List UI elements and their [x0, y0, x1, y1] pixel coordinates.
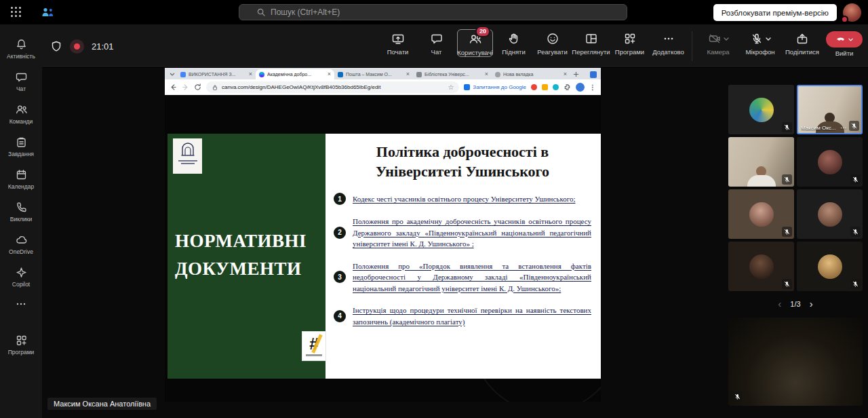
- sidebar-item-apps[interactable]: Програми: [0, 328, 42, 361]
- sidebar-item-calls[interactable]: Виклики: [0, 195, 42, 228]
- app-launcher-icon[interactable]: [11, 7, 22, 18]
- mic-off-badge: [782, 174, 792, 185]
- extension-icon-orange[interactable]: [542, 84, 548, 90]
- microphone-button[interactable]: Мікрофон: [741, 29, 780, 56]
- tile-more-icon[interactable]: ⋯: [840, 124, 847, 132]
- avatar: [749, 98, 774, 122]
- camera-button[interactable]: Камера: [698, 29, 738, 56]
- shared-browser-window: ВИКОРИСТАННЯ З... × Академічна добро... …: [165, 68, 601, 402]
- chat-button[interactable]: Чат: [418, 29, 454, 57]
- logo-text-bar: [181, 163, 195, 164]
- tab-search-icon[interactable]: [167, 69, 177, 79]
- present-screen-icon: [391, 31, 405, 46]
- chat-icon: [15, 71, 28, 83]
- toolbar-right-group: Камера Мікрофон Поділитися Вийти: [688, 29, 864, 61]
- browser-workspace-icon[interactable]: [590, 71, 597, 78]
- mic-off-badge: [850, 279, 861, 289]
- profile-avatar[interactable]: [843, 3, 861, 22]
- new-tab-icon[interactable]: [570, 69, 581, 79]
- participant-tile[interactable]: [728, 189, 794, 239]
- more-dots-icon: [663, 31, 675, 46]
- browser-tab[interactable]: Бібліотека Універс... ×: [413, 69, 492, 79]
- participant-tile[interactable]: [797, 137, 863, 187]
- mic-off-badge: [850, 174, 861, 185]
- pager-prev-icon[interactable]: ‹: [778, 299, 781, 309]
- shield-icon[interactable]: [50, 40, 62, 52]
- tab-favicon-canva: [259, 72, 264, 77]
- share-button[interactable]: Поділитися: [783, 29, 822, 56]
- browser-tab[interactable]: Пошта – Максим О... ×: [334, 69, 413, 79]
- clipboard-icon: [15, 136, 28, 149]
- slide-list-item: 3 Положення про «Порядок виявлення та вс…: [334, 261, 591, 294]
- back-icon[interactable]: [170, 83, 177, 91]
- mic-off-badge: [849, 121, 859, 131]
- participant-tile[interactable]: [728, 85, 794, 134]
- browser-tab[interactable]: ВИКОРИСТАННЯ З... ×: [177, 69, 256, 79]
- address-bar[interactable]: canva.com/design/DAHEGeOwIAQ/KtjXv8fB405…: [206, 81, 459, 93]
- smiley-icon: [546, 31, 559, 46]
- people-icon: [15, 103, 28, 116]
- pager-next-icon[interactable]: ›: [810, 299, 813, 309]
- extension-icon-red[interactable]: [531, 84, 537, 90]
- unlock-premium-button[interactable]: Розблокувати преміум-версію: [713, 4, 837, 21]
- meeting-info: 21:01: [50, 24, 114, 68]
- sidebar-item-activity[interactable]: Активність: [0, 33, 42, 65]
- sidebar-item-teams[interactable]: Команди: [0, 98, 42, 130]
- extensions-puzzle-icon[interactable]: [564, 83, 571, 91]
- university-logo: [173, 138, 202, 174]
- slide-left-title: НОРМАТИВНІ ДОКУМЕНТИ: [175, 227, 307, 282]
- view-button[interactable]: Переглянути: [573, 29, 609, 57]
- participant-tile[interactable]: [797, 242, 863, 291]
- browser-menu-icon[interactable]: ⋮: [589, 84, 596, 91]
- tab-close-icon[interactable]: ×: [249, 71, 252, 77]
- mic-off-badge: [732, 392, 743, 402]
- sidebar-item-onedrive[interactable]: OneDrive: [0, 228, 42, 261]
- react-button[interactable]: Реагувати: [534, 29, 570, 57]
- participant-tile[interactable]: [728, 242, 794, 291]
- bookmark-item[interactable]: Запитання до Google: [464, 84, 526, 90]
- tab-close-icon[interactable]: ×: [485, 71, 488, 77]
- participant-tile[interactable]: [728, 137, 794, 187]
- forward-icon[interactable]: [182, 83, 189, 91]
- recording-indicator: [70, 39, 84, 54]
- camera-dropdown-icon[interactable]: [724, 37, 729, 41]
- search-input[interactable]: Пошук (Ctrl+Alt+E): [239, 4, 627, 20]
- start-share-button[interactable]: Почати: [380, 29, 416, 57]
- browser-tab-active[interactable]: Академічна добро... ×: [256, 69, 334, 79]
- bookmark-star-icon[interactable]: ☆: [448, 84, 454, 91]
- participant-tile[interactable]: [797, 189, 863, 239]
- reload-icon[interactable]: [194, 83, 201, 91]
- site-info-icon[interactable]: [212, 81, 218, 94]
- leave-button[interactable]: Вийти: [825, 29, 864, 57]
- browser-tab[interactable]: Нова вкладка ×: [492, 69, 570, 79]
- sidebar-item-calendar[interactable]: Календар: [0, 163, 42, 195]
- slide-list: 1 Кодекс честі учасників освітнього проц…: [334, 193, 591, 327]
- browser-content: НОРМАТИВНІ ДОКУМЕНТИ # Політика доброчес…: [165, 95, 601, 402]
- bookmark-favicon: [464, 84, 470, 90]
- participant-tile-large[interactable]: [728, 318, 863, 406]
- apps-button[interactable]: Програми: [612, 29, 648, 57]
- tab-close-icon[interactable]: ×: [328, 71, 331, 77]
- mic-dropdown-icon[interactable]: [766, 37, 771, 41]
- raise-hand-button[interactable]: Підняти: [496, 29, 532, 57]
- leave-dropdown-icon[interactable]: [848, 38, 853, 41]
- more-actions-button[interactable]: Додатково: [650, 29, 686, 57]
- bell-icon: [15, 38, 28, 51]
- tab-close-icon[interactable]: ×: [564, 71, 567, 77]
- sidebar-item-chat[interactable]: Чат: [0, 65, 42, 98]
- mic-off-badge: [782, 227, 792, 237]
- sidebar-item-more[interactable]: [0, 293, 42, 315]
- phone-icon: [15, 201, 28, 214]
- browser-profile-avatar[interactable]: [576, 83, 585, 92]
- sidebar-item-copilot[interactable]: Copilot: [0, 261, 42, 293]
- teams-logo-icon[interactable]: [41, 7, 54, 20]
- tab-close-icon[interactable]: ×: [406, 71, 410, 77]
- participant-tile-active[interactable]: Максим Окс... ⋯: [797, 85, 863, 134]
- leave-pill[interactable]: [826, 31, 863, 48]
- search-icon: [257, 8, 265, 16]
- sidebar-item-assignments[interactable]: Завдання: [0, 130, 42, 163]
- hand-icon: [507, 31, 521, 46]
- extension-icon-teal[interactable]: [553, 84, 559, 90]
- participants-button[interactable]: 20 Користувачі: [457, 29, 493, 57]
- layout-icon: [585, 31, 598, 46]
